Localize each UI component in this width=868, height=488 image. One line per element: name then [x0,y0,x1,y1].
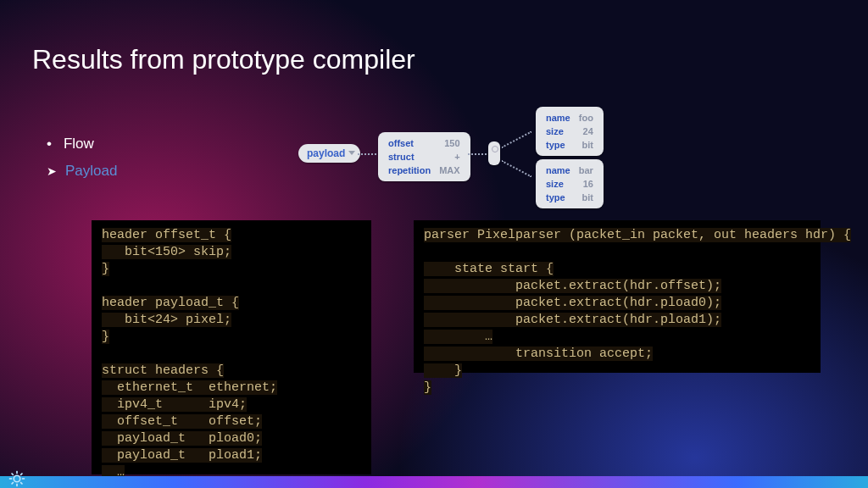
svg-rect-7 [11,473,14,476]
connector-dots [358,153,376,155]
bullet-flow: Flow [47,136,117,152]
k: offset [385,137,434,149]
v: bar [576,164,597,176]
chevron-down-icon [348,151,355,155]
diagram: payload offset150 struct+ repetitionMAX … [298,107,620,208]
code-text: parser Pixelparser (packet_in packet, ou… [424,228,851,395]
offset-box: offset150 struct+ repetitionMAX [378,132,470,181]
k: name [542,112,574,124]
connector-dots [502,130,532,148]
svg-rect-4 [22,478,25,480]
v: foo [576,112,597,124]
k: size [542,178,574,190]
code-block-parser: parser Pixelparser (packet_in packet, ou… [414,220,821,373]
bullet-list: Flow Payload [47,136,117,190]
v: + [436,151,463,163]
struct-foo-box: namefoo size24 typebit [536,107,604,156]
svg-rect-5 [20,473,24,476]
svg-rect-6 [11,482,14,485]
svg-rect-3 [9,478,12,480]
svg-rect-8 [20,482,24,485]
code-block-headers: header offset_t { bit<150> skip; } heade… [92,220,371,474]
footer-bar [0,476,868,488]
k: name [542,164,574,176]
payload-pill-label: payload [307,147,345,159]
v: bit [576,139,597,151]
v: 24 [576,125,597,137]
k: size [542,125,574,137]
v: MAX [436,164,463,176]
struct-bar-box: namebar size16 typebit [536,159,604,208]
k: type [542,139,574,151]
svg-rect-1 [16,471,18,474]
v: bit [576,191,597,203]
connector-dots [502,160,532,178]
payload-pill: payload [298,144,360,163]
v: 150 [436,137,463,149]
connector-dots [468,153,487,155]
v: 16 [576,178,597,190]
connector-node [488,141,500,165]
k: type [542,191,574,203]
code-text: header offset_t { bit<150> skip; } heade… [102,228,277,488]
k: struct [385,151,434,163]
bullet-payload: Payload [47,163,117,180]
slide-title: Results from prototype compiler [32,44,415,75]
svg-rect-2 [16,484,18,486]
svg-point-0 [14,475,20,482]
gear-icon [8,470,25,487]
k: repetition [385,164,434,176]
